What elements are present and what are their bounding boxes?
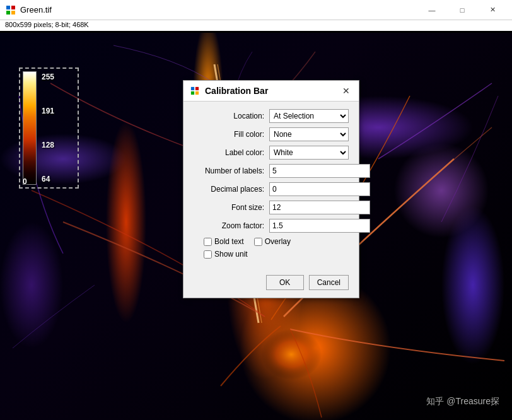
image-info: 800x599 pixels; 8-bit; 468K <box>5 21 89 28</box>
decimal-places-row: Decimal places: <box>194 182 349 196</box>
font-size-row: Font size: <box>194 201 349 214</box>
cal-label-255: 255 <box>42 73 54 81</box>
window-title: Green.tif <box>20 5 417 15</box>
label-color-label: Label color: <box>194 148 269 157</box>
watermark: 知乎 @Treasure探 <box>426 396 499 407</box>
calibration-labels: 255 191 128 64 <box>42 71 54 185</box>
cancel-button[interactable]: Cancel <box>309 275 349 290</box>
location-label: Location: <box>194 112 269 120</box>
num-labels-row: Number of labels: <box>194 164 349 178</box>
dialog-footer: OK Cancel <box>183 270 359 298</box>
bold-text-checkbox-item[interactable]: Bold text <box>204 237 244 246</box>
show-unit-checkbox-item[interactable]: Show unit <box>204 250 248 259</box>
zoom-factor-label: Zoom factor: <box>194 221 269 230</box>
image-area: 255 191 128 64 0 知乎 @Treasure探 Calibrati… <box>0 33 512 420</box>
overlay-checkbox-item[interactable]: Overlay <box>254 237 291 246</box>
cal-label-64: 64 <box>42 175 54 184</box>
cal-label-128: 128 <box>42 141 54 149</box>
dialog-close-button[interactable]: ✕ <box>340 85 352 97</box>
svg-rect-2 <box>6 11 10 15</box>
fill-color-select[interactable]: None Black White <box>269 127 349 141</box>
zoom-factor-input[interactable] <box>269 219 370 233</box>
zoom-factor-row: Zoom factor: <box>194 219 349 233</box>
window-controls: — □ ✕ <box>417 1 507 20</box>
label-color-row: Label color: White Black Yellow <box>194 146 349 160</box>
svg-rect-1 <box>11 6 15 9</box>
cal-label-191: 191 <box>42 107 54 115</box>
calibration-gradient <box>23 71 37 185</box>
dialog-titlebar: Calibration Bar ✕ <box>183 81 359 102</box>
calibration-bar-dialog: Calibration Bar ✕ Location: At Selection… <box>183 80 359 298</box>
close-button[interactable]: ✕ <box>478 1 507 20</box>
ok-button[interactable]: OK <box>266 275 304 290</box>
app-icon <box>5 4 16 16</box>
fill-color-row: Fill color: None Black White <box>194 127 349 141</box>
show-unit-checkbox[interactable] <box>204 250 212 259</box>
maximize-button[interactable]: □ <box>448 1 477 20</box>
dialog-icon <box>190 86 200 96</box>
svg-rect-10 <box>195 91 199 95</box>
bold-text-checkbox[interactable] <box>204 238 212 246</box>
overlay-label: Overlay <box>265 237 291 246</box>
dialog-body: Location: At Selection Upper Right Lower… <box>183 102 359 270</box>
title-bar: Green.tif — □ ✕ <box>0 0 512 20</box>
dialog-title: Calibration Bar <box>205 86 335 96</box>
decimal-places-label: Decimal places: <box>194 185 269 194</box>
label-color-select[interactable]: White Black Yellow <box>269 146 349 160</box>
info-bar: 800x599 pixels; 8-bit; 468K <box>0 20 512 31</box>
cal-label-0: 0 <box>23 177 27 186</box>
checkbox-row-1: Bold text Overlay <box>204 237 349 246</box>
svg-rect-3 <box>11 11 15 15</box>
location-select[interactable]: At Selection Upper Right Lower Right Upp… <box>269 109 349 123</box>
minimize-button[interactable]: — <box>417 1 446 20</box>
overlay-checkbox[interactable] <box>254 238 262 246</box>
location-row: Location: At Selection Upper Right Lower… <box>194 109 349 123</box>
svg-rect-7 <box>191 87 194 90</box>
checkbox-row-2: Show unit <box>204 250 349 259</box>
svg-rect-0 <box>6 6 10 9</box>
svg-rect-9 <box>191 91 194 95</box>
svg-rect-8 <box>195 87 199 90</box>
fill-color-label: Fill color: <box>194 130 269 139</box>
bold-text-label: Bold text <box>214 237 244 246</box>
font-size-label: Font size: <box>194 203 269 212</box>
font-size-input[interactable] <box>269 201 370 214</box>
num-labels-label: Number of labels: <box>194 166 269 175</box>
calibration-bar-widget: 255 191 128 64 0 <box>19 67 79 189</box>
num-labels-input[interactable] <box>269 164 370 178</box>
show-unit-label: Show unit <box>214 250 248 259</box>
decimal-places-input[interactable] <box>269 182 370 196</box>
